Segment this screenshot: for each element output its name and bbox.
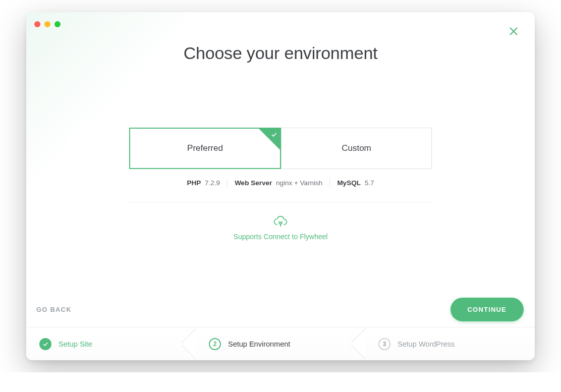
option-label: Preferred <box>187 143 223 153</box>
flywheel-info: Supports Connect to Flywheel <box>234 215 328 241</box>
continue-button[interactable]: CONTINUE <box>451 298 524 321</box>
divider <box>129 202 432 202</box>
close-icon[interactable] <box>508 25 520 37</box>
spec-value: 7.2.9 <box>205 179 220 187</box>
window-close-button[interactable] <box>34 21 40 27</box>
environment-specs: PHP 7.2.9 Web Server nginx + Varnish MyS… <box>180 179 381 187</box>
spec-label: PHP <box>187 179 201 187</box>
step-number: 2 <box>209 338 221 350</box>
spec-webserver: Web Server nginx + Varnish <box>227 179 329 187</box>
check-icon <box>271 132 277 139</box>
spec-value: 5.7 <box>365 179 374 187</box>
option-custom[interactable]: Custom <box>281 128 432 169</box>
spec-php: PHP 7.2.9 <box>180 179 228 187</box>
spec-label: Web Server <box>235 179 272 187</box>
step-label: Setup Environment <box>228 340 290 348</box>
flywheel-text: Supports Connect to Flywheel <box>234 233 328 241</box>
window-minimize-button[interactable] <box>44 21 50 27</box>
step-check-icon <box>39 338 51 350</box>
window-controls <box>34 21 61 27</box>
window-zoom-button[interactable] <box>54 21 61 27</box>
step-setup-environment[interactable]: 2 Setup Environment <box>196 327 365 360</box>
step-setup-site[interactable]: Setup Site <box>26 327 196 360</box>
cloud-download-icon <box>273 215 288 228</box>
spec-label: MySQL <box>337 179 361 187</box>
stepper: Setup Site 2 Setup Environment 3 Setup W… <box>26 327 535 360</box>
spec-mysql: MySQL 5.7 <box>329 179 381 187</box>
option-label: Custom <box>342 143 371 153</box>
option-preferred[interactable]: Preferred <box>129 128 281 169</box>
step-number: 3 <box>378 338 390 350</box>
app-window: Choose your environment Preferred Custom… <box>26 12 535 360</box>
page-title: Choose your environment <box>184 43 378 63</box>
go-back-button[interactable]: GO BACK <box>33 302 75 317</box>
environment-options: Preferred Custom <box>129 128 432 169</box>
step-label: Setup Site <box>59 340 92 348</box>
spec-value: nginx + Varnish <box>276 179 322 187</box>
main-content: Choose your environment Preferred Custom… <box>26 12 535 327</box>
step-label: Setup WordPress <box>398 340 455 348</box>
step-setup-wordpress[interactable]: 3 Setup WordPress <box>365 327 535 360</box>
nav-bar: GO BACK CONTINUE <box>26 292 535 327</box>
